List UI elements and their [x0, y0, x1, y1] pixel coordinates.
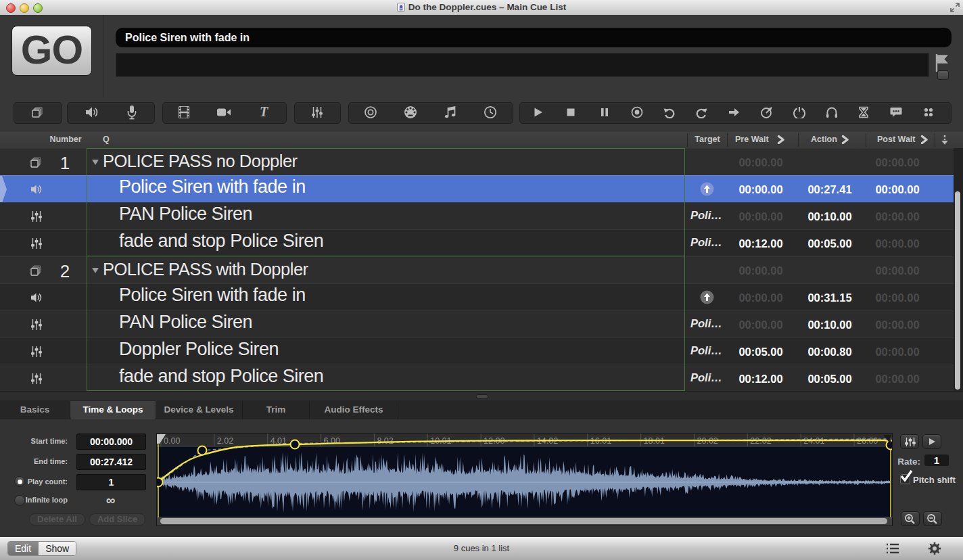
- svg-text:2.02: 2.02: [217, 436, 233, 446]
- svg-text:0.00: 0.00: [164, 436, 180, 446]
- svg-text:8.02: 8.02: [377, 436, 393, 446]
- svg-text:T: T: [260, 106, 268, 119]
